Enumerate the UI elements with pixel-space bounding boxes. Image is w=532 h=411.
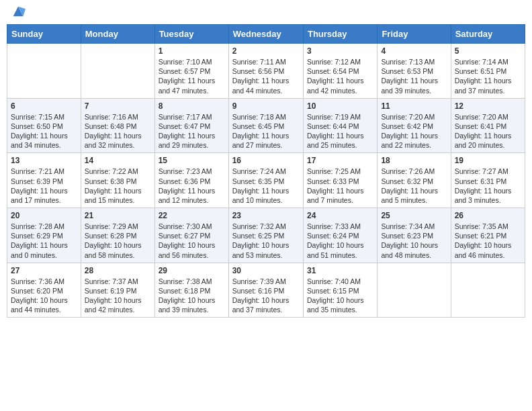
day-number: 30: [232, 266, 300, 275]
calendar-header-row: SundayMondayTuesdayWednesdayThursdayFrid…: [7, 25, 525, 44]
calendar-cell: 3Sunrise: 7:12 AMSunset: 6:54 PMDaylight…: [303, 44, 377, 99]
calendar-day-header: Saturday: [451, 25, 525, 44]
day-number: 9: [232, 101, 300, 111]
cell-content: Sunrise: 7:25 AMSunset: 6:33 PMDaylight:…: [307, 167, 373, 205]
cell-content: Sunrise: 7:12 AMSunset: 6:54 PMDaylight:…: [307, 57, 373, 95]
calendar-cell: 29Sunrise: 7:38 AMSunset: 6:18 PMDayligh…: [154, 263, 228, 318]
calendar-day-header: Sunday: [7, 25, 81, 44]
calendar-cell: 24Sunrise: 7:33 AMSunset: 6:24 PMDayligh…: [303, 208, 377, 263]
cell-content: Sunrise: 7:18 AMSunset: 6:45 PMDaylight:…: [232, 112, 300, 150]
calendar-cell: 4Sunrise: 7:13 AMSunset: 6:53 PMDaylight…: [378, 44, 451, 99]
cell-content: Sunrise: 7:26 AMSunset: 6:32 PMDaylight:…: [381, 167, 447, 205]
cell-content: Sunrise: 7:34 AMSunset: 6:23 PMDaylight:…: [381, 222, 447, 260]
calendar-day-header: Wednesday: [228, 25, 303, 44]
calendar-week-row: 6Sunrise: 7:15 AMSunset: 6:50 PMDaylight…: [7, 98, 525, 153]
cell-content: Sunrise: 7:23 AMSunset: 6:36 PMDaylight:…: [159, 167, 225, 205]
day-number: 1: [159, 46, 225, 56]
calendar-cell: 31Sunrise: 7:40 AMSunset: 6:15 PMDayligh…: [303, 263, 377, 318]
day-number: 17: [307, 156, 373, 165]
day-number: 29: [159, 266, 225, 275]
day-number: 22: [159, 211, 225, 220]
cell-content: Sunrise: 7:16 AMSunset: 6:48 PMDaylight:…: [85, 112, 151, 150]
cell-content: Sunrise: 7:28 AMSunset: 6:29 PMDaylight:…: [11, 222, 77, 260]
cell-content: Sunrise: 7:35 AMSunset: 6:21 PMDaylight:…: [455, 222, 521, 260]
logo-icon: [11, 4, 26, 19]
calendar-cell: 16Sunrise: 7:24 AMSunset: 6:35 PMDayligh…: [228, 153, 303, 208]
cell-content: Sunrise: 7:30 AMSunset: 6:27 PMDaylight:…: [159, 222, 225, 260]
cell-content: Sunrise: 7:13 AMSunset: 6:53 PMDaylight:…: [381, 57, 447, 95]
cell-content: Sunrise: 7:22 AMSunset: 6:38 PMDaylight:…: [85, 167, 151, 205]
cell-content: Sunrise: 7:15 AMSunset: 6:50 PMDaylight:…: [11, 112, 77, 150]
day-number: 31: [307, 266, 373, 275]
cell-content: Sunrise: 7:20 AMSunset: 6:41 PMDaylight:…: [455, 112, 521, 150]
day-number: 2: [232, 46, 300, 56]
calendar-cell: [378, 263, 451, 318]
day-number: 12: [455, 101, 521, 111]
calendar-day-header: Monday: [81, 25, 154, 44]
calendar-cell: 27Sunrise: 7:36 AMSunset: 6:20 PMDayligh…: [7, 263, 81, 318]
calendar-week-row: 1Sunrise: 7:10 AMSunset: 6:57 PMDaylight…: [7, 44, 525, 99]
cell-content: Sunrise: 7:39 AMSunset: 6:16 PMDaylight:…: [232, 277, 300, 315]
cell-content: Sunrise: 7:21 AMSunset: 6:39 PMDaylight:…: [11, 167, 77, 205]
calendar-week-row: 27Sunrise: 7:36 AMSunset: 6:20 PMDayligh…: [7, 263, 525, 318]
calendar-cell: 19Sunrise: 7:27 AMSunset: 6:31 PMDayligh…: [451, 153, 525, 208]
cell-content: Sunrise: 7:36 AMSunset: 6:20 PMDaylight:…: [11, 277, 77, 315]
day-number: 3: [307, 46, 373, 56]
cell-content: Sunrise: 7:40 AMSunset: 6:15 PMDaylight:…: [307, 277, 373, 315]
cell-content: Sunrise: 7:24 AMSunset: 6:35 PMDaylight:…: [232, 167, 300, 205]
calendar-cell: 15Sunrise: 7:23 AMSunset: 6:36 PMDayligh…: [154, 153, 228, 208]
day-number: 27: [11, 266, 77, 275]
day-number: 10: [307, 101, 373, 111]
cell-content: Sunrise: 7:27 AMSunset: 6:31 PMDaylight:…: [455, 167, 521, 205]
day-number: 23: [232, 211, 300, 220]
calendar-cell: 10Sunrise: 7:19 AMSunset: 6:44 PMDayligh…: [303, 98, 377, 153]
day-number: 13: [11, 156, 77, 165]
logo: [9, 7, 26, 19]
calendar-cell: [7, 44, 81, 99]
calendar-cell: 13Sunrise: 7:21 AMSunset: 6:39 PMDayligh…: [7, 153, 81, 208]
cell-content: Sunrise: 7:33 AMSunset: 6:24 PMDaylight:…: [307, 222, 373, 260]
day-number: 16: [232, 156, 300, 165]
calendar-cell: 28Sunrise: 7:37 AMSunset: 6:19 PMDayligh…: [81, 263, 154, 318]
calendar-cell: [451, 263, 525, 318]
page-header: [7, 7, 525, 19]
day-number: 21: [85, 211, 151, 220]
calendar-cell: 2Sunrise: 7:11 AMSunset: 6:56 PMDaylight…: [228, 44, 303, 99]
calendar-cell: 8Sunrise: 7:17 AMSunset: 6:47 PMDaylight…: [154, 98, 228, 153]
calendar-cell: 18Sunrise: 7:26 AMSunset: 6:32 PMDayligh…: [378, 153, 451, 208]
calendar-cell: 23Sunrise: 7:32 AMSunset: 6:25 PMDayligh…: [228, 208, 303, 263]
cell-content: Sunrise: 7:19 AMSunset: 6:44 PMDaylight:…: [307, 112, 373, 150]
cell-content: Sunrise: 7:17 AMSunset: 6:47 PMDaylight:…: [159, 112, 225, 150]
cell-content: Sunrise: 7:10 AMSunset: 6:57 PMDaylight:…: [159, 57, 225, 95]
calendar-week-row: 20Sunrise: 7:28 AMSunset: 6:29 PMDayligh…: [7, 208, 525, 263]
day-number: 20: [11, 211, 77, 220]
cell-content: Sunrise: 7:29 AMSunset: 6:28 PMDaylight:…: [85, 222, 151, 260]
day-number: 11: [381, 101, 447, 111]
day-number: 18: [381, 156, 447, 165]
day-number: 19: [455, 156, 521, 165]
calendar-cell: 17Sunrise: 7:25 AMSunset: 6:33 PMDayligh…: [303, 153, 377, 208]
calendar-cell: 14Sunrise: 7:22 AMSunset: 6:38 PMDayligh…: [81, 153, 154, 208]
day-number: 5: [455, 46, 521, 56]
day-number: 4: [381, 46, 447, 56]
calendar-cell: 11Sunrise: 7:20 AMSunset: 6:42 PMDayligh…: [378, 98, 451, 153]
calendar-cell: 21Sunrise: 7:29 AMSunset: 6:28 PMDayligh…: [81, 208, 154, 263]
calendar-day-header: Thursday: [303, 25, 377, 44]
calendar-cell: 30Sunrise: 7:39 AMSunset: 6:16 PMDayligh…: [228, 263, 303, 318]
day-number: 6: [11, 101, 77, 111]
day-number: 26: [455, 211, 521, 220]
calendar-week-row: 13Sunrise: 7:21 AMSunset: 6:39 PMDayligh…: [7, 153, 525, 208]
calendar-cell: 5Sunrise: 7:14 AMSunset: 6:51 PMDaylight…: [451, 44, 525, 99]
cell-content: Sunrise: 7:32 AMSunset: 6:25 PMDaylight:…: [232, 222, 300, 260]
calendar-cell: 9Sunrise: 7:18 AMSunset: 6:45 PMDaylight…: [228, 98, 303, 153]
cell-content: Sunrise: 7:37 AMSunset: 6:19 PMDaylight:…: [85, 277, 151, 315]
cell-content: Sunrise: 7:14 AMSunset: 6:51 PMDaylight:…: [455, 57, 521, 95]
calendar-cell: 12Sunrise: 7:20 AMSunset: 6:41 PMDayligh…: [451, 98, 525, 153]
cell-content: Sunrise: 7:20 AMSunset: 6:42 PMDaylight:…: [381, 112, 447, 150]
calendar-cell: 6Sunrise: 7:15 AMSunset: 6:50 PMDaylight…: [7, 98, 81, 153]
cell-content: Sunrise: 7:11 AMSunset: 6:56 PMDaylight:…: [232, 57, 300, 95]
day-number: 15: [159, 156, 225, 165]
calendar-day-header: Tuesday: [154, 25, 228, 44]
day-number: 25: [381, 211, 447, 220]
day-number: 28: [85, 266, 151, 275]
